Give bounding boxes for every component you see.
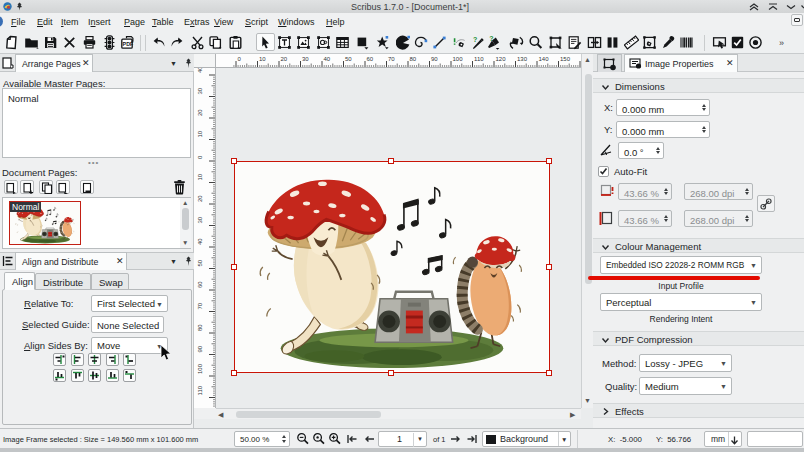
svg-text:10: 10 — [197, 173, 203, 180]
svg-text:20: 20 — [197, 195, 203, 202]
svg-text:110: 110 — [197, 385, 203, 395]
svg-text:10: 10 — [197, 130, 203, 137]
svg-text:40: 40 — [197, 68, 203, 73]
svg-text:100: 100 — [197, 363, 203, 374]
svg-text:90: 90 — [197, 345, 203, 352]
svg-text:70: 70 — [388, 56, 395, 62]
svg-text:60: 60 — [367, 56, 374, 62]
svg-text:20: 20 — [281, 56, 288, 62]
svg-text:20: 20 — [197, 109, 203, 116]
svg-text:?: ? — [489, 35, 493, 42]
svg-text:110: 110 — [474, 56, 484, 62]
svg-text:0: 0 — [197, 155, 203, 159]
svg-text:80: 80 — [197, 324, 203, 331]
svg-text:30: 30 — [197, 216, 203, 223]
svg-text:40: 40 — [324, 56, 331, 62]
svg-text:50: 50 — [197, 259, 203, 266]
svg-text:10: 10 — [259, 56, 266, 62]
svg-text:50: 50 — [345, 56, 352, 62]
svg-text:0: 0 — [238, 56, 242, 62]
svg-text:30: 30 — [197, 87, 203, 94]
svg-text:120: 120 — [496, 56, 507, 62]
svg-text:140: 140 — [539, 56, 550, 62]
svg-text:100: 100 — [453, 56, 464, 62]
svg-text:150: 150 — [560, 56, 571, 62]
svg-text:130: 130 — [517, 56, 528, 62]
svg-text:?: ? — [473, 36, 477, 43]
svg-text:30: 30 — [302, 56, 309, 62]
svg-text:70: 70 — [197, 302, 203, 309]
svg-text:60: 60 — [197, 281, 203, 288]
svg-text:80: 80 — [410, 56, 417, 62]
svg-text:PDF: PDF — [122, 41, 133, 47]
svg-text:90: 90 — [431, 56, 438, 62]
svg-text:40: 40 — [197, 238, 203, 245]
